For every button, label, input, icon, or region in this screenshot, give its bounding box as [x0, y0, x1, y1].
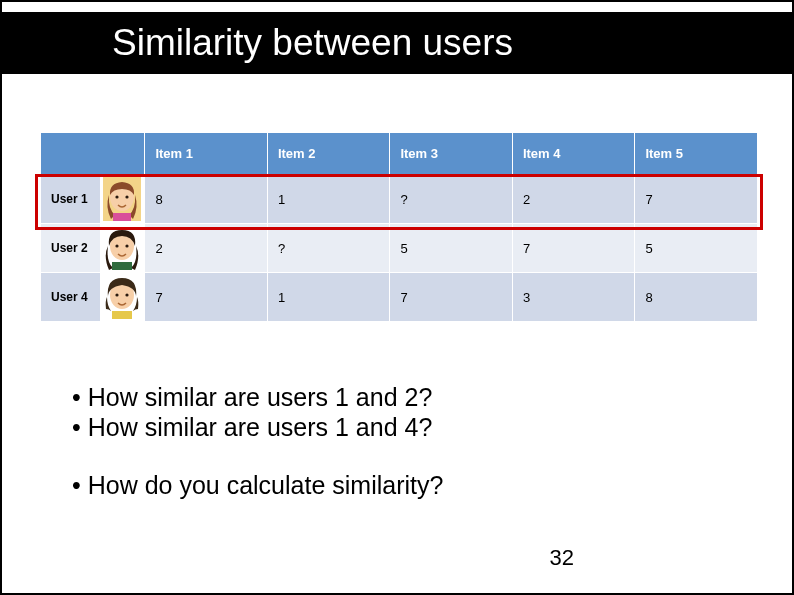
svg-rect-14: [112, 311, 132, 319]
table-row: User 1: [41, 175, 758, 224]
svg-point-8: [126, 244, 129, 247]
avatar: [101, 273, 145, 322]
col-item1: Item 1: [145, 133, 268, 175]
svg-point-12: [116, 293, 119, 296]
cell: ?: [267, 224, 390, 273]
cell: 2: [145, 224, 268, 273]
page-number: 32: [2, 545, 792, 571]
avatar: [101, 175, 145, 224]
svg-rect-4: [113, 213, 131, 221]
cell: 8: [635, 273, 758, 322]
cell: 5: [390, 224, 513, 273]
col-item5: Item 5: [635, 133, 758, 175]
avatar: [101, 224, 145, 273]
svg-point-2: [116, 195, 119, 198]
cell: ?: [390, 175, 513, 224]
svg-point-3: [126, 195, 129, 198]
svg-point-7: [116, 244, 119, 247]
bullet-item: • How similar are users 1 and 4?: [72, 412, 443, 442]
cell: 1: [267, 175, 390, 224]
avatar-icon: [103, 177, 141, 221]
bullet-item: • How similar are users 1 and 2?: [72, 382, 443, 412]
cell: 7: [145, 273, 268, 322]
table-row: User 2: [41, 224, 758, 273]
table-row: User 4: [41, 273, 758, 322]
row-label: User 4: [41, 273, 101, 322]
svg-point-13: [126, 293, 129, 296]
col-item4: Item 4: [512, 133, 635, 175]
title-band: Similarity between users: [2, 12, 792, 74]
cell: 1: [267, 273, 390, 322]
avatar-icon: [103, 275, 141, 319]
bullet-item: • How do you calculate similarity?: [72, 470, 443, 500]
bullet-list: • How similar are users 1 and 2? • How s…: [72, 382, 443, 500]
avatar-icon: [103, 226, 141, 270]
row-label: User 2: [41, 224, 101, 273]
col-item3: Item 3: [390, 133, 513, 175]
header-blank: [41, 133, 145, 175]
cell: 7: [512, 224, 635, 273]
col-item2: Item 2: [267, 133, 390, 175]
similarity-table: Item 1 Item 2 Item 3 Item 4 Item 5 User …: [40, 132, 758, 322]
svg-rect-9: [112, 262, 132, 270]
row-label: User 1: [41, 175, 101, 224]
page-title: Similarity between users: [112, 22, 513, 64]
cell: 7: [390, 273, 513, 322]
cell: 5: [635, 224, 758, 273]
cell: 3: [512, 273, 635, 322]
cell: 7: [635, 175, 758, 224]
cell: 8: [145, 175, 268, 224]
cell: 2: [512, 175, 635, 224]
